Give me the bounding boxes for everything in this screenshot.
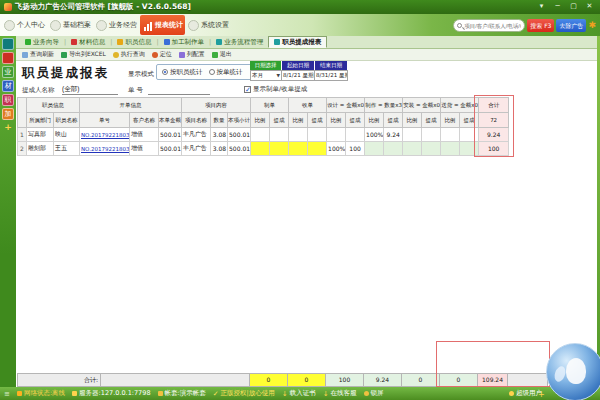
sidebar-tab-icon-5[interactable]: 职: [2, 94, 14, 106]
refresh-button[interactable]: 查询刷新: [22, 50, 54, 59]
tab-processing-order[interactable]: 加工制作单: [159, 36, 210, 48]
maximize-icon[interactable]: ▢: [567, 2, 580, 12]
server-info: 服务器:127.0.0.1:7798: [72, 389, 150, 398]
col-commission: 提成: [346, 113, 365, 128]
nav-system-settings[interactable]: 系统设置: [186, 15, 231, 35]
group-production: 制作 = 数量x3: [365, 98, 403, 113]
refresh-icon: [22, 52, 28, 58]
total-cell: 100: [479, 142, 509, 156]
tab-material-info[interactable]: 材料信息: [66, 36, 110, 48]
wrench-icon: [17, 391, 22, 396]
group-order-receiving: 收单: [289, 98, 327, 113]
col-qty: 数量: [211, 113, 228, 128]
project-cell: 丰凡广告: [182, 142, 211, 156]
zhizuo-ratio-cell: [365, 142, 384, 156]
magnifier-icon: [113, 52, 119, 58]
sidebar-tab-icon-6[interactable]: 加: [2, 108, 14, 120]
order-no-input[interactable]: [148, 84, 210, 95]
date-select-header: 日期选择: [250, 61, 282, 70]
sidebar-tab-icon-2[interactable]: [2, 52, 14, 64]
online-service-button[interactable]: ↓ 在线客服: [323, 389, 357, 398]
order-cell: NO.201792218032: [80, 128, 130, 142]
show-commission-checkbox[interactable]: ✓ 显示制单/收单提成: [244, 85, 307, 94]
sheji-comm-cell: [346, 128, 365, 142]
sidebar-tab-icon-3[interactable]: 业: [2, 66, 14, 78]
global-search[interactable]: [453, 19, 525, 32]
lock-screen-button[interactable]: 锁屏: [364, 389, 384, 398]
export-excel-button[interactable]: 导出到EXCEL: [61, 50, 106, 59]
minimize-icon[interactable]: ─: [551, 2, 564, 12]
col-commission: 提成: [308, 113, 327, 128]
zhidan-ratio-cell: [251, 142, 270, 156]
search-input[interactable]: [464, 23, 521, 29]
sidebar-tab-icon-4[interactable]: 材: [2, 80, 14, 92]
main-navbar: 个人中心 基础档案 业务经营 报表统计 系统设置: [0, 14, 600, 36]
check-icon: ✓: [213, 390, 219, 398]
col-subtotal: 本项小计: [228, 113, 251, 128]
report-icon: [274, 39, 280, 45]
shoudan-comm-cell: [308, 142, 327, 156]
excel-icon: [61, 52, 67, 58]
zhidan-comm-cell: [270, 142, 289, 156]
summary-zhizuo: 9.24: [364, 373, 402, 387]
corner-cell: [18, 98, 27, 128]
staff-cell: 映山: [54, 128, 80, 142]
nav-personal-center[interactable]: 个人中心: [2, 15, 47, 35]
order-link[interactable]: NO.201792218032: [81, 146, 130, 152]
material-icon: [71, 39, 77, 45]
report-content: 职员提成报表 显示模式 按职员统计 按单统计 日期选择 起始日期 结束日期 本月…: [16, 61, 597, 387]
anzhuang-ratio-cell: [403, 142, 422, 156]
remove-ads-button[interactable]: 去除广告: [556, 19, 586, 32]
group-order-info: 开单信息: [80, 98, 182, 113]
mode-by-order-radio[interactable]: 按单统计: [209, 68, 243, 77]
tab-business-wizard[interactable]: 业务向导: [20, 36, 64, 48]
bar-chart-icon: [142, 20, 153, 31]
tab-staff-info[interactable]: 职员信息: [112, 36, 156, 48]
nav-business[interactable]: 业务经营: [94, 15, 139, 35]
search-icon: [457, 23, 462, 28]
network-status: 网络状态:离线: [17, 389, 65, 398]
column-config-button[interactable]: 列配置: [179, 50, 205, 59]
search-button[interactable]: 搜索 F3: [527, 19, 554, 32]
zhizuo-ratio-cell: 100%: [365, 128, 384, 142]
commission-person-label: 提成人名称: [22, 86, 55, 95]
commission-person-input[interactable]: [62, 84, 118, 95]
sidebar-tab-icon-1[interactable]: [2, 38, 14, 50]
anzhuang-comm-cell: [422, 142, 441, 156]
col-ratio: 比例: [327, 113, 346, 128]
order-cell: NO.201792218032: [80, 142, 130, 156]
account-set-info: 帐套:演示帐套: [158, 389, 206, 398]
tab-commission-report[interactable]: 职员提成报表: [268, 36, 327, 48]
total-cell: 9.24: [479, 128, 509, 142]
nav-basic-files[interactable]: 基础档案: [48, 15, 93, 35]
run-query-button[interactable]: 执行查询: [113, 50, 145, 59]
summary-shoudan: 0: [288, 373, 326, 387]
skin-icon[interactable]: ▾: [535, 2, 548, 12]
business-icon: [96, 20, 107, 31]
tab-business-process[interactable]: 业务流程管理: [211, 36, 268, 48]
locate-button[interactable]: 定位: [152, 50, 172, 59]
col-order: 单号: [80, 113, 130, 128]
amount-cell: 500.01: [159, 128, 182, 142]
subtotal-cell: 500.01: [228, 128, 251, 142]
date-range-select[interactable]: 本月 ▼: [250, 70, 282, 81]
table-row[interactable]: 1 写真部 映山 NO.201792218032 增值 500.01 丰凡广告 …: [18, 128, 509, 142]
load-certificate-button[interactable]: ↓ 载入证书: [282, 389, 316, 398]
group-order-making: 制单: [251, 98, 289, 113]
end-date-select[interactable]: 8/31/21 星期二 ▼: [315, 70, 348, 81]
start-date-select[interactable]: 8/1/21 星期日 ▼: [282, 70, 315, 81]
plus-icon: +: [538, 390, 545, 399]
table-row[interactable]: 2 雕刻部 王五 NO.201792218032 增值 500.01 丰凡广告 …: [18, 142, 509, 156]
qq-service-logo[interactable]: [546, 343, 600, 400]
col-ratio: 比例: [441, 113, 460, 128]
nav-report-stats[interactable]: 报表统计: [140, 15, 185, 35]
close-icon[interactable]: ✕: [583, 2, 596, 12]
col-ratio: 比例: [403, 113, 422, 128]
zhizuo-comm-cell: 9.24: [384, 128, 403, 142]
total-header-value: 72: [479, 113, 509, 128]
mode-by-staff-radio[interactable]: 按职员统计: [162, 68, 203, 77]
sidebar-add-button[interactable]: +: [4, 122, 12, 132]
exit-button[interactable]: 退出: [212, 50, 232, 59]
order-link[interactable]: NO.201792218032: [81, 132, 130, 138]
group-total: 合计: [479, 98, 509, 113]
